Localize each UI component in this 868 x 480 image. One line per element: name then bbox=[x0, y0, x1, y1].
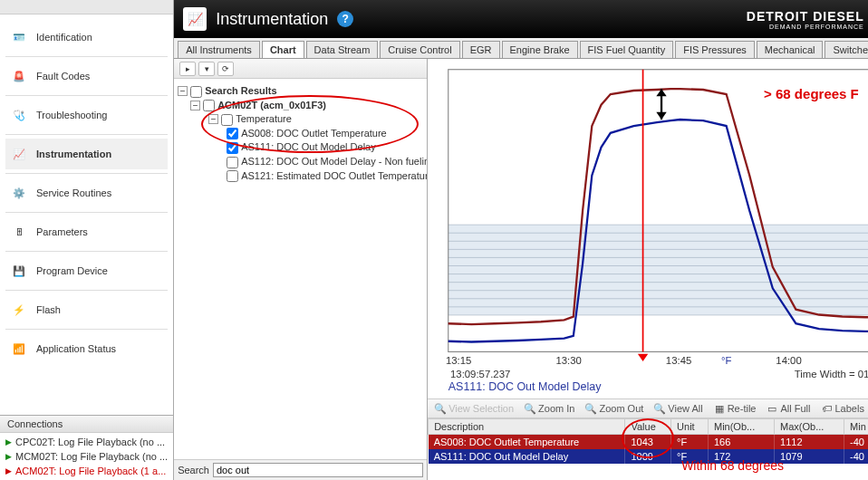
table-cell: °F bbox=[671, 435, 709, 450]
brand: DETROIT DIESEL DEMAND PERFORMANCE bbox=[747, 9, 864, 30]
sidebar-item-parameters[interactable]: 🎚Parameters bbox=[5, 216, 168, 247]
sidebar-item-instrumentation[interactable]: 📈Instrumentation bbox=[5, 139, 168, 169]
table-header[interactable]: Max(Ob... bbox=[775, 419, 844, 435]
parameter-tree: −Search Results −ACM02T (acm_0x01F3) −Te… bbox=[174, 79, 427, 459]
sidebar-item-label: Program Device bbox=[36, 265, 108, 276]
view-selection-button[interactable]: 🔍View Selection bbox=[435, 403, 514, 414]
tab-cruise-control[interactable]: Cruise Control bbox=[380, 41, 459, 58]
tab-switches[interactable]: Switches bbox=[825, 41, 868, 58]
expander-icon[interactable]: − bbox=[190, 101, 200, 110]
table-header[interactable]: Min(Ob... bbox=[708, 419, 774, 435]
retile-button[interactable]: ▦Re-tile bbox=[714, 403, 757, 414]
table-cell: AS111: DOC Out Model Delay bbox=[429, 449, 625, 464]
svg-text:13:15: 13:15 bbox=[446, 355, 471, 366]
sidebar-item-troubleshooting[interactable]: 🩺Troubleshooting bbox=[5, 100, 168, 130]
sidebar-item-label: Troubleshooting bbox=[36, 110, 107, 120]
alert-icon: 🚨 bbox=[9, 66, 29, 86]
tab-engine-brake[interactable]: Engine Brake bbox=[502, 41, 578, 58]
all-full-icon: ▭ bbox=[767, 403, 777, 414]
tree-leaf-label: AS121: Estimated DOC Outlet Temperature bbox=[241, 170, 427, 181]
table-cell: 1009 bbox=[625, 449, 671, 464]
sidebar-item-application-status[interactable]: 📶Application Status bbox=[5, 333, 168, 364]
tree-refresh-button[interactable]: ⟳ bbox=[217, 62, 234, 76]
tree-checkbox[interactable] bbox=[227, 142, 238, 154]
tree-expand-button[interactable]: ▸ bbox=[179, 62, 196, 76]
table-row[interactable]: AS008: DOC Outlet Temperature1043°F16611… bbox=[429, 435, 868, 450]
expander-icon[interactable]: − bbox=[178, 86, 188, 96]
tree-node-label: ACM02T (acm_0x01F3) bbox=[217, 100, 326, 110]
svg-text:AS111: DOC Out Model Delay: AS111: DOC Out Model Delay bbox=[448, 379, 602, 392]
connection-item[interactable]: ▶CPC02T: Log File Playback (no ... bbox=[4, 435, 169, 449]
zoom-out-button[interactable]: 🔍Zoom Out bbox=[585, 403, 643, 414]
tree-node-label: Temperature bbox=[236, 113, 292, 124]
tree-leaf-label: AS008: DOC Outlet Temperature bbox=[241, 128, 387, 139]
connection-label: MCM02T: Log File Playback (no ... bbox=[15, 451, 168, 462]
connection-label: ACM02T: Log File Playback (1 a... bbox=[15, 466, 166, 476]
tab-fis-pressures[interactable]: FIS Pressures bbox=[675, 41, 755, 58]
tab-all-instruments[interactable]: All Instruments bbox=[178, 41, 260, 58]
table-header[interactable]: Description bbox=[429, 419, 625, 435]
tree-checkbox[interactable] bbox=[227, 170, 238, 182]
svg-text:13:30: 13:30 bbox=[556, 355, 582, 366]
instrumentation-icon: 📈 bbox=[183, 7, 207, 31]
sidebar-item-flash[interactable]: ⚡Flash bbox=[5, 294, 168, 325]
sidebar-item-fault-codes[interactable]: 🚨Fault Codes bbox=[5, 61, 168, 91]
sidebar-item-program-device[interactable]: 💾Program Device bbox=[5, 255, 168, 286]
table-annotation-text: Within 68 degrees bbox=[681, 458, 784, 473]
nav-list: 🪪Identification🚨Fault Codes🩺Troubleshoot… bbox=[0, 14, 173, 370]
svg-rect-1 bbox=[448, 225, 868, 315]
table-header[interactable]: Min bbox=[844, 419, 868, 435]
help-icon[interactable]: ? bbox=[337, 11, 353, 27]
sidebar-top-bar bbox=[0, 0, 173, 14]
view-all-button[interactable]: 🔍View All bbox=[654, 403, 702, 414]
chart-annotation-text: > 68 degrees F bbox=[764, 86, 859, 101]
table-header[interactable]: Unit bbox=[671, 419, 709, 435]
search-label: Search bbox=[178, 465, 209, 475]
stethoscope-icon: 🩺 bbox=[9, 105, 29, 125]
data-table-wrap: DescriptionValueUnitMin(Ob...Max(Ob...Mi… bbox=[428, 418, 868, 480]
sliders-icon: 🎚 bbox=[9, 222, 29, 242]
tree-checkbox[interactable] bbox=[227, 128, 238, 139]
svg-text:°F: °F bbox=[721, 355, 731, 366]
chart-icon: 📈 bbox=[9, 144, 29, 164]
chart-toolbar: 🔍View Selection 🔍Zoom In 🔍Zoom Out 🔍View… bbox=[428, 398, 868, 418]
tree-checkbox[interactable] bbox=[203, 100, 215, 111]
tree-leaf-label: AS112: DOC Out Model Delay - Non fueling bbox=[241, 156, 427, 167]
tree-collapse-button[interactable]: ▾ bbox=[198, 62, 215, 76]
tab-egr[interactable]: EGR bbox=[462, 41, 500, 58]
tree-root-label: Search Results bbox=[205, 85, 276, 96]
sidebar-item-service-routines[interactable]: ⚙️Service Routines bbox=[5, 178, 168, 208]
chart-area[interactable]: 13:1513:3013:4514:0014:1513:09:57.237°FT… bbox=[428, 59, 868, 398]
tab-mechanical[interactable]: Mechanical bbox=[757, 41, 824, 58]
play-icon: ▶ bbox=[5, 437, 12, 446]
table-cell: 1043 bbox=[625, 435, 671, 450]
tab-bar: All InstrumentsChartData StreamCruise Co… bbox=[174, 38, 868, 59]
sidebar-item-identification[interactable]: 🪪Identification bbox=[5, 22, 168, 53]
connection-item[interactable]: ▶ACM02T: Log File Playback (1 a... bbox=[4, 464, 169, 478]
expander-icon[interactable]: − bbox=[208, 114, 218, 124]
search-input[interactable] bbox=[213, 463, 423, 477]
tab-fis-fuel-quantity[interactable]: FIS Fuel Quantity bbox=[580, 41, 674, 58]
magnifier-icon: 🔍 bbox=[435, 403, 446, 414]
svg-text:Time Width = 01:19:27.705: Time Width = 01:19:27.705 bbox=[795, 368, 868, 379]
table-row[interactable]: AS111: DOC Out Model Delay1009°F1721079-… bbox=[429, 449, 868, 464]
data-table: DescriptionValueUnitMin(Ob...Max(Ob...Mi… bbox=[428, 418, 868, 464]
tab-chart[interactable]: Chart bbox=[262, 41, 304, 58]
zoom-out-icon: 🔍 bbox=[585, 403, 596, 414]
view-all-icon: 🔍 bbox=[654, 403, 665, 414]
tree-checkbox[interactable] bbox=[221, 114, 233, 126]
page-title: Instrumentation bbox=[216, 10, 328, 29]
retile-icon: ▦ bbox=[714, 403, 725, 414]
connection-label: CPC02T: Log File Playback (no ... bbox=[15, 437, 165, 447]
table-cell: AS008: DOC Outlet Temperature bbox=[429, 435, 625, 450]
tree-checkbox[interactable] bbox=[190, 86, 202, 98]
tab-data-stream[interactable]: Data Stream bbox=[306, 41, 379, 58]
tree-checkbox[interactable] bbox=[227, 157, 238, 168]
table-header[interactable]: Value bbox=[625, 419, 671, 435]
zoom-in-button[interactable]: 🔍Zoom In bbox=[525, 403, 574, 414]
table-cell: -40 bbox=[844, 449, 868, 464]
all-full-button[interactable]: ▭All Full bbox=[767, 403, 810, 414]
connection-item[interactable]: ▶MCM02T: Log File Playback (no ... bbox=[4, 449, 169, 464]
labels-button[interactable]: 🏷Labels bbox=[821, 403, 863, 414]
sidebar-item-label: Application Status bbox=[36, 343, 116, 354]
